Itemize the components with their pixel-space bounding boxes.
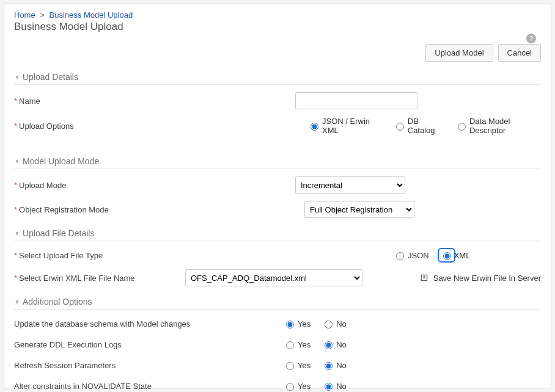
section-title: Upload File Details <box>23 228 95 238</box>
upload-options-label: *Upload Options <box>14 122 185 131</box>
option-json[interactable]: JSON <box>393 250 429 260</box>
section-title: Model Upload Mode <box>23 156 99 166</box>
name-label: *Name <box>14 96 185 106</box>
file-type-label: *Select Upload File Type <box>14 251 185 260</box>
alter-constraints-label: Alter constraints in NOVALIDATE State <box>14 382 283 391</box>
name-input[interactable] <box>295 92 417 109</box>
object-registration-select[interactable]: Full Object Registration <box>304 201 414 218</box>
cancel-button[interactable]: Cancel <box>498 44 541 62</box>
radio-json-erwin[interactable] <box>311 123 318 131</box>
file-name-label: *Select Erwin XML File File Name <box>14 274 185 283</box>
update-schema-label: Update the database schema with Model ch… <box>14 319 283 328</box>
help-icon[interactable]: ? <box>526 34 536 43</box>
breadcrumb: Home > Business Model Upload <box>14 10 541 20</box>
save-icon <box>420 274 428 282</box>
section-additional-options: ▼ Additional Options Update the database… <box>14 295 541 392</box>
radio-xml[interactable] <box>443 252 451 260</box>
update-schema-yes[interactable]: Yes <box>283 319 311 328</box>
option-xml[interactable]: XML <box>440 250 471 260</box>
update-schema-no[interactable]: No <box>322 319 347 328</box>
radio-json[interactable] <box>396 252 404 260</box>
gen-ddl-label: Generate DDL Execution Logs <box>14 340 283 349</box>
chevron-down-icon: ▼ <box>15 74 20 81</box>
object-registration-label: *Object Registration Mode <box>14 205 185 214</box>
file-name-select[interactable]: OFS_CAP_ADQ_Datamodel.xml <box>185 269 362 286</box>
section-header-upload-details[interactable]: ▼ Upload Details <box>14 70 541 85</box>
section-upload-file-details: ▼ Upload File Details *Select Upload Fil… <box>14 227 541 290</box>
radio-data-model-descriptor[interactable] <box>458 123 466 131</box>
option-db-catalog[interactable]: DB Catalog <box>393 117 444 135</box>
upload-mode-select[interactable]: Incremental <box>295 176 405 194</box>
chevron-down-icon: ▼ <box>15 158 20 165</box>
breadcrumb-home[interactable]: Home <box>14 10 35 20</box>
gen-ddl-no[interactable]: No <box>322 339 347 349</box>
refresh-session-yes[interactable]: Yes <box>283 360 311 370</box>
save-new-file-link[interactable]: Save New Erwin File In Server <box>420 274 541 283</box>
breadcrumb-current[interactable]: Business Model Upload <box>50 10 133 20</box>
option-json-erwin[interactable]: JSON / Erwin XML <box>307 117 382 135</box>
chevron-down-icon: ▼ <box>15 299 20 305</box>
chevron-right-icon: > <box>40 10 45 20</box>
gen-ddl-yes[interactable]: Yes <box>283 339 311 349</box>
upload-mode-label: *Upload Mode <box>14 181 185 190</box>
section-title: Upload Details <box>23 72 78 82</box>
section-header-model-upload-mode[interactable]: ▼ Model Upload Mode <box>14 154 541 169</box>
section-header-upload-file-details[interactable]: ▼ Upload File Details <box>14 227 541 241</box>
alter-constraints-yes[interactable]: Yes <box>283 381 311 391</box>
radio-db-catalog[interactable] <box>396 123 404 131</box>
main-panel: Home > Business Model Upload Business Mo… <box>4 4 551 388</box>
upload-model-button[interactable]: Upload Model <box>425 44 493 62</box>
section-title: Additional Options <box>23 297 92 307</box>
refresh-session-label: Refresh Session Parameters <box>14 361 283 370</box>
section-model-upload-mode: ▼ Model Upload Mode *Upload Mode Increme… <box>14 154 541 222</box>
alter-constraints-no[interactable]: No <box>322 381 347 391</box>
section-upload-details: ▼ Upload Details *Name *Upload Options J… <box>14 70 541 139</box>
refresh-session-no[interactable]: No <box>322 360 347 370</box>
section-header-additional-options[interactable]: ▼ Additional Options <box>14 295 541 310</box>
action-bar: Upload Model Cancel <box>14 44 541 62</box>
page-title: Business Model Upload <box>14 21 541 33</box>
chevron-down-icon: ▼ <box>15 230 20 237</box>
option-data-model-descriptor[interactable]: Data Model Descriptor <box>455 117 541 135</box>
